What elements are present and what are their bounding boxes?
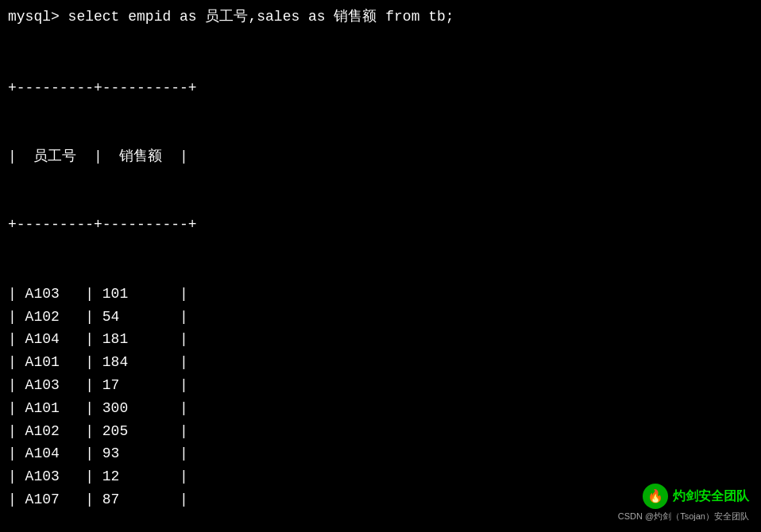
table-row: | A103 | 101 |: [8, 283, 753, 306]
sql-command: mysql> select empid as 员工号,sales as 销售额 …: [8, 6, 753, 28]
table-row: | A104 | 93 |: [8, 442, 753, 465]
table-row: | A103 | 17 |: [8, 374, 753, 397]
table-separator-top: +---------+----------+: [8, 77, 753, 100]
table-row: | A101 | 300 |: [8, 397, 753, 420]
table-header: | 员工号 | 销售额 |: [8, 145, 753, 168]
table-rows: | A103 | 101 || A102 | 54 || A104 | 181 …: [8, 283, 753, 511]
watermark-subtext: CSDN @灼剑（Tsojan）安全团队: [618, 511, 749, 522]
table-row: | A102 | 205 |: [8, 420, 753, 443]
watermark: 🔥 灼剑安全团队 CSDN @灼剑（Tsojan）安全团队: [618, 484, 749, 522]
watermark-icon: 🔥: [643, 484, 668, 509]
terminal-window: mysql> select empid as 员工号,sales as 销售额 …: [0, 0, 761, 532]
query-result: +---------+----------+ | 员工号 | 销售额 | +--…: [8, 31, 753, 532]
watermark-logo: 🔥 灼剑安全团队: [643, 484, 749, 509]
table-row: | A101 | 184 |: [8, 351, 753, 374]
table-row: | A102 | 54 |: [8, 306, 753, 329]
watermark-name: 灼剑安全团队: [673, 488, 749, 505]
table-row: | A104 | 181 |: [8, 328, 753, 351]
table-separator-mid: +---------+----------+: [8, 214, 753, 237]
